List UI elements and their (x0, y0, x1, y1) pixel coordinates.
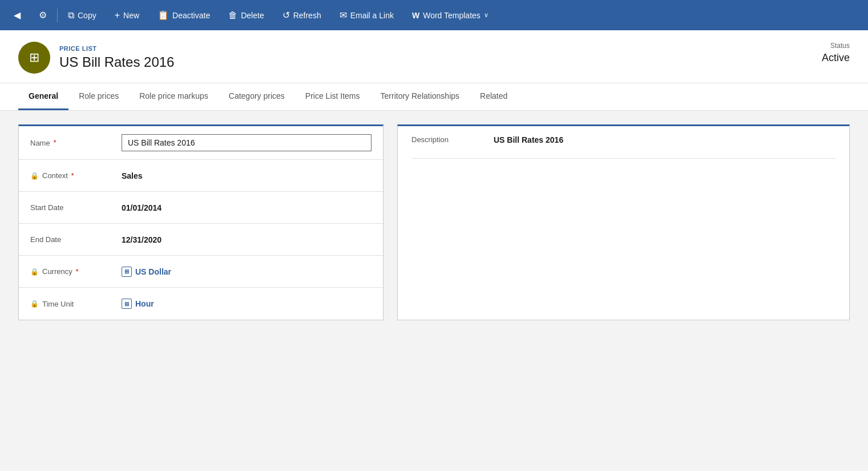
currency-lock-icon: 🔒 (30, 268, 39, 276)
description-label: Description (411, 135, 480, 144)
header-section: ⊞ PRICE LIST US Bill Rates 2016 Status A… (0, 30, 868, 83)
entity-type: PRICE LIST (59, 45, 174, 52)
name-required: * (54, 139, 56, 147)
entity-info: PRICE LIST US Bill Rates 2016 (59, 45, 174, 70)
end-date-row: End Date 12/31/2020 (19, 224, 383, 256)
time-unit-lock-icon: 🔒 (30, 300, 39, 308)
delete-button[interactable]: 🗑 Delete (219, 0, 273, 30)
new-button[interactable]: + New (106, 0, 148, 30)
tab-category-prices[interactable]: Category prices (219, 83, 295, 110)
form-panel: Name * 🔒 Context * Sales Start Date 01/0… (18, 124, 383, 320)
back-button[interactable]: ◀ (5, 0, 30, 30)
currency-value-text: US Dollar (135, 267, 171, 276)
toolbar-divider-1 (57, 9, 58, 22)
end-date-label: End Date (30, 235, 122, 244)
name-label-text: Name (30, 139, 50, 147)
context-label: 🔒 Context * (30, 171, 122, 180)
time-unit-label: 🔒 Time Unit (30, 300, 122, 308)
context-row: 🔒 Context * Sales (19, 160, 383, 192)
context-label-text: Context (42, 171, 68, 180)
new-icon: + (115, 10, 120, 21)
copy-button[interactable]: ⧉ Copy (59, 0, 106, 30)
header-right: Status Active (822, 42, 850, 64)
refresh-icon: ↺ (282, 10, 290, 21)
settings-icon: ⚙ (39, 10, 47, 21)
time-unit-value-text: Hour (135, 299, 154, 308)
word-templates-label: Word Templates (423, 11, 481, 20)
description-value: US Bill Rates 2016 (494, 135, 835, 144)
settings-button[interactable]: ⚙ (30, 0, 56, 30)
tab-territory-relationships[interactable]: Territory Relationships (370, 83, 470, 110)
context-lock-icon: 🔒 (30, 172, 39, 180)
entity-name: US Bill Rates 2016 (59, 54, 174, 70)
word-templates-button[interactable]: W Word Templates ∨ (403, 0, 498, 30)
currency-lookup-icon: ⊞ (122, 267, 132, 277)
entity-icon: ⊞ (18, 42, 50, 74)
start-date-value: 01/01/2014 (122, 203, 372, 212)
currency-label: 🔒 Currency * (30, 267, 122, 276)
email-link-button[interactable]: ✉ Email a Link (330, 0, 403, 30)
deactivate-button[interactable]: 📋 Deactivate (148, 0, 219, 30)
start-date-label-text: Start Date (30, 203, 64, 212)
main-content: Name * 🔒 Context * Sales Start Date 01/0… (0, 111, 868, 334)
tab-related[interactable]: Related (470, 83, 518, 110)
delete-label: Delete (241, 11, 264, 20)
tab-role-price-markups[interactable]: Role price markups (129, 83, 219, 110)
time-unit-label-text: Time Unit (42, 300, 74, 308)
name-input[interactable] (122, 134, 372, 151)
email-label: Email a Link (350, 11, 394, 20)
start-date-row: Start Date 01/01/2014 (19, 192, 383, 224)
status-label: Status (822, 42, 850, 50)
end-date-label-text: End Date (30, 235, 61, 244)
refresh-label: Refresh (293, 11, 321, 20)
time-unit-lookup-icon: ⊞ (122, 299, 132, 309)
name-label: Name * (30, 139, 122, 147)
new-label: New (123, 11, 139, 20)
email-icon: ✉ (340, 10, 347, 21)
name-row: Name * (19, 126, 383, 160)
chevron-down-icon: ∨ (484, 11, 488, 19)
end-date-value: 12/31/2020 (122, 235, 372, 244)
currency-value[interactable]: ⊞ US Dollar (122, 267, 372, 277)
description-panel: Description US Bill Rates 2016 (397, 124, 850, 320)
copy-icon: ⧉ (68, 10, 74, 21)
tab-role-prices[interactable]: Role prices (68, 83, 129, 110)
delete-icon: 🗑 (228, 10, 237, 21)
deactivate-label: Deactivate (172, 11, 210, 20)
toolbar: ◀ ⚙ ⧉ Copy + New 📋 Deactivate 🗑 Delete ↺… (0, 0, 868, 30)
tab-price-list-items[interactable]: Price List Items (295, 83, 370, 110)
currency-required: * (76, 268, 79, 276)
word-icon: W (412, 11, 419, 20)
refresh-button[interactable]: ↺ Refresh (273, 0, 330, 30)
start-date-label: Start Date (30, 203, 122, 212)
header-left: ⊞ PRICE LIST US Bill Rates 2016 (18, 42, 174, 74)
currency-row: 🔒 Currency * ⊞ US Dollar (19, 256, 383, 288)
description-divider (411, 158, 835, 159)
tab-general[interactable]: General (18, 83, 68, 110)
currency-label-text: Currency (42, 267, 72, 276)
time-unit-row: 🔒 Time Unit ⊞ Hour (19, 288, 383, 320)
description-row: Description US Bill Rates 2016 (398, 126, 849, 154)
copy-label: Copy (78, 11, 96, 20)
time-unit-value[interactable]: ⊞ Hour (122, 299, 372, 309)
context-required: * (71, 172, 74, 180)
status-value: Active (822, 52, 850, 64)
context-value: Sales (122, 171, 372, 180)
entity-icon-symbol: ⊞ (29, 50, 39, 65)
back-icon: ◀ (14, 10, 21, 21)
deactivate-icon: 📋 (158, 10, 169, 21)
tabs-container: General Role prices Role price markups C… (0, 83, 868, 111)
